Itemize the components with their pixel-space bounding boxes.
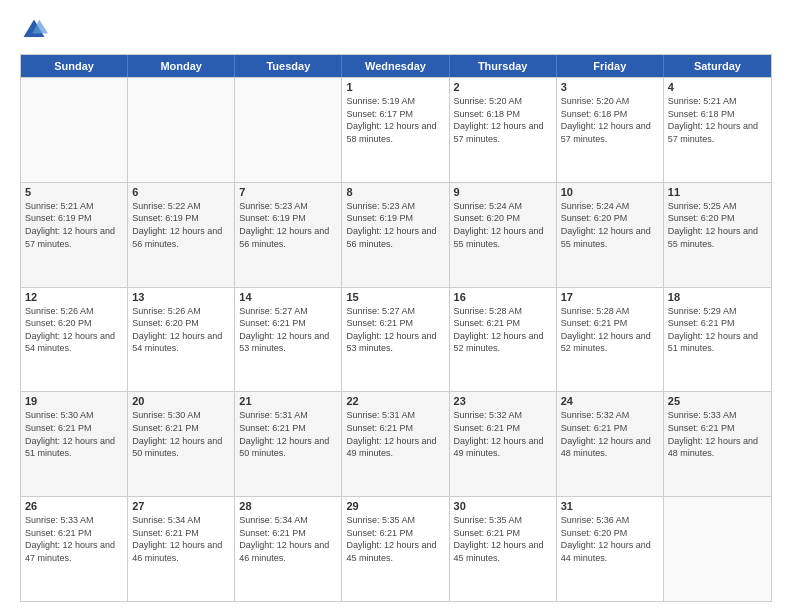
day-of-week-header: Tuesday (235, 55, 342, 77)
calendar-row: 26Sunrise: 5:33 AMSunset: 6:21 PMDayligh… (21, 496, 771, 601)
day-number: 11 (668, 186, 767, 198)
day-of-week-header: Thursday (450, 55, 557, 77)
calendar-cell: 11Sunrise: 5:25 AMSunset: 6:20 PMDayligh… (664, 183, 771, 287)
day-number: 6 (132, 186, 230, 198)
empty-cell (664, 497, 771, 601)
calendar-cell: 9Sunrise: 5:24 AMSunset: 6:20 PMDaylight… (450, 183, 557, 287)
day-info: Sunrise: 5:35 AMSunset: 6:21 PMDaylight:… (454, 514, 552, 564)
day-info: Sunrise: 5:32 AMSunset: 6:21 PMDaylight:… (454, 409, 552, 459)
day-number: 7 (239, 186, 337, 198)
day-number: 12 (25, 291, 123, 303)
calendar-cell: 1Sunrise: 5:19 AMSunset: 6:17 PMDaylight… (342, 78, 449, 182)
empty-cell (21, 78, 128, 182)
calendar-cell: 17Sunrise: 5:28 AMSunset: 6:21 PMDayligh… (557, 288, 664, 392)
day-info: Sunrise: 5:20 AMSunset: 6:18 PMDaylight:… (454, 95, 552, 145)
day-info: Sunrise: 5:23 AMSunset: 6:19 PMDaylight:… (346, 200, 444, 250)
calendar-row: 1Sunrise: 5:19 AMSunset: 6:17 PMDaylight… (21, 77, 771, 182)
day-of-week-header: Saturday (664, 55, 771, 77)
day-number: 24 (561, 395, 659, 407)
day-info: Sunrise: 5:28 AMSunset: 6:21 PMDaylight:… (454, 305, 552, 355)
calendar-cell: 4Sunrise: 5:21 AMSunset: 6:18 PMDaylight… (664, 78, 771, 182)
calendar-cell: 25Sunrise: 5:33 AMSunset: 6:21 PMDayligh… (664, 392, 771, 496)
day-info: Sunrise: 5:21 AMSunset: 6:19 PMDaylight:… (25, 200, 123, 250)
day-of-week-header: Monday (128, 55, 235, 77)
calendar-cell: 14Sunrise: 5:27 AMSunset: 6:21 PMDayligh… (235, 288, 342, 392)
day-info: Sunrise: 5:32 AMSunset: 6:21 PMDaylight:… (561, 409, 659, 459)
calendar-row: 12Sunrise: 5:26 AMSunset: 6:20 PMDayligh… (21, 287, 771, 392)
day-number: 19 (25, 395, 123, 407)
day-number: 13 (132, 291, 230, 303)
day-info: Sunrise: 5:27 AMSunset: 6:21 PMDaylight:… (346, 305, 444, 355)
day-number: 23 (454, 395, 552, 407)
day-info: Sunrise: 5:21 AMSunset: 6:18 PMDaylight:… (668, 95, 767, 145)
day-info: Sunrise: 5:22 AMSunset: 6:19 PMDaylight:… (132, 200, 230, 250)
day-number: 2 (454, 81, 552, 93)
calendar-row: 5Sunrise: 5:21 AMSunset: 6:19 PMDaylight… (21, 182, 771, 287)
empty-cell (128, 78, 235, 182)
day-number: 25 (668, 395, 767, 407)
day-info: Sunrise: 5:20 AMSunset: 6:18 PMDaylight:… (561, 95, 659, 145)
calendar-cell: 21Sunrise: 5:31 AMSunset: 6:21 PMDayligh… (235, 392, 342, 496)
day-number: 17 (561, 291, 659, 303)
calendar-cell: 23Sunrise: 5:32 AMSunset: 6:21 PMDayligh… (450, 392, 557, 496)
day-number: 9 (454, 186, 552, 198)
calendar-cell: 18Sunrise: 5:29 AMSunset: 6:21 PMDayligh… (664, 288, 771, 392)
calendar-cell: 5Sunrise: 5:21 AMSunset: 6:19 PMDaylight… (21, 183, 128, 287)
day-info: Sunrise: 5:30 AMSunset: 6:21 PMDaylight:… (25, 409, 123, 459)
day-info: Sunrise: 5:25 AMSunset: 6:20 PMDaylight:… (668, 200, 767, 250)
calendar-cell: 12Sunrise: 5:26 AMSunset: 6:20 PMDayligh… (21, 288, 128, 392)
day-info: Sunrise: 5:34 AMSunset: 6:21 PMDaylight:… (132, 514, 230, 564)
calendar-body: 1Sunrise: 5:19 AMSunset: 6:17 PMDaylight… (21, 77, 771, 601)
day-info: Sunrise: 5:29 AMSunset: 6:21 PMDaylight:… (668, 305, 767, 355)
day-number: 20 (132, 395, 230, 407)
day-info: Sunrise: 5:28 AMSunset: 6:21 PMDaylight:… (561, 305, 659, 355)
day-number: 14 (239, 291, 337, 303)
day-number: 3 (561, 81, 659, 93)
day-info: Sunrise: 5:24 AMSunset: 6:20 PMDaylight:… (454, 200, 552, 250)
logo-icon (20, 16, 48, 44)
calendar-cell: 8Sunrise: 5:23 AMSunset: 6:19 PMDaylight… (342, 183, 449, 287)
day-number: 30 (454, 500, 552, 512)
calendar-cell: 6Sunrise: 5:22 AMSunset: 6:19 PMDaylight… (128, 183, 235, 287)
page: SundayMondayTuesdayWednesdayThursdayFrid… (0, 0, 792, 612)
calendar: SundayMondayTuesdayWednesdayThursdayFrid… (20, 54, 772, 602)
calendar-cell: 20Sunrise: 5:30 AMSunset: 6:21 PMDayligh… (128, 392, 235, 496)
calendar-cell: 19Sunrise: 5:30 AMSunset: 6:21 PMDayligh… (21, 392, 128, 496)
day-info: Sunrise: 5:24 AMSunset: 6:20 PMDaylight:… (561, 200, 659, 250)
day-info: Sunrise: 5:23 AMSunset: 6:19 PMDaylight:… (239, 200, 337, 250)
day-info: Sunrise: 5:30 AMSunset: 6:21 PMDaylight:… (132, 409, 230, 459)
calendar-cell: 26Sunrise: 5:33 AMSunset: 6:21 PMDayligh… (21, 497, 128, 601)
calendar-cell: 15Sunrise: 5:27 AMSunset: 6:21 PMDayligh… (342, 288, 449, 392)
header (20, 16, 772, 44)
day-number: 22 (346, 395, 444, 407)
day-of-week-header: Wednesday (342, 55, 449, 77)
day-number: 15 (346, 291, 444, 303)
day-info: Sunrise: 5:34 AMSunset: 6:21 PMDaylight:… (239, 514, 337, 564)
calendar-cell: 29Sunrise: 5:35 AMSunset: 6:21 PMDayligh… (342, 497, 449, 601)
day-info: Sunrise: 5:33 AMSunset: 6:21 PMDaylight:… (668, 409, 767, 459)
day-info: Sunrise: 5:26 AMSunset: 6:20 PMDaylight:… (132, 305, 230, 355)
calendar-cell: 22Sunrise: 5:31 AMSunset: 6:21 PMDayligh… (342, 392, 449, 496)
day-number: 26 (25, 500, 123, 512)
calendar-cell: 31Sunrise: 5:36 AMSunset: 6:20 PMDayligh… (557, 497, 664, 601)
day-number: 10 (561, 186, 659, 198)
day-number: 21 (239, 395, 337, 407)
empty-cell (235, 78, 342, 182)
calendar-header: SundayMondayTuesdayWednesdayThursdayFrid… (21, 55, 771, 77)
day-info: Sunrise: 5:31 AMSunset: 6:21 PMDaylight:… (346, 409, 444, 459)
day-number: 31 (561, 500, 659, 512)
logo (20, 16, 52, 44)
calendar-cell: 10Sunrise: 5:24 AMSunset: 6:20 PMDayligh… (557, 183, 664, 287)
day-info: Sunrise: 5:31 AMSunset: 6:21 PMDaylight:… (239, 409, 337, 459)
calendar-cell: 7Sunrise: 5:23 AMSunset: 6:19 PMDaylight… (235, 183, 342, 287)
day-number: 8 (346, 186, 444, 198)
day-info: Sunrise: 5:19 AMSunset: 6:17 PMDaylight:… (346, 95, 444, 145)
calendar-cell: 30Sunrise: 5:35 AMSunset: 6:21 PMDayligh… (450, 497, 557, 601)
day-number: 16 (454, 291, 552, 303)
day-number: 28 (239, 500, 337, 512)
day-number: 1 (346, 81, 444, 93)
day-number: 4 (668, 81, 767, 93)
calendar-cell: 24Sunrise: 5:32 AMSunset: 6:21 PMDayligh… (557, 392, 664, 496)
day-of-week-header: Friday (557, 55, 664, 77)
calendar-cell: 27Sunrise: 5:34 AMSunset: 6:21 PMDayligh… (128, 497, 235, 601)
